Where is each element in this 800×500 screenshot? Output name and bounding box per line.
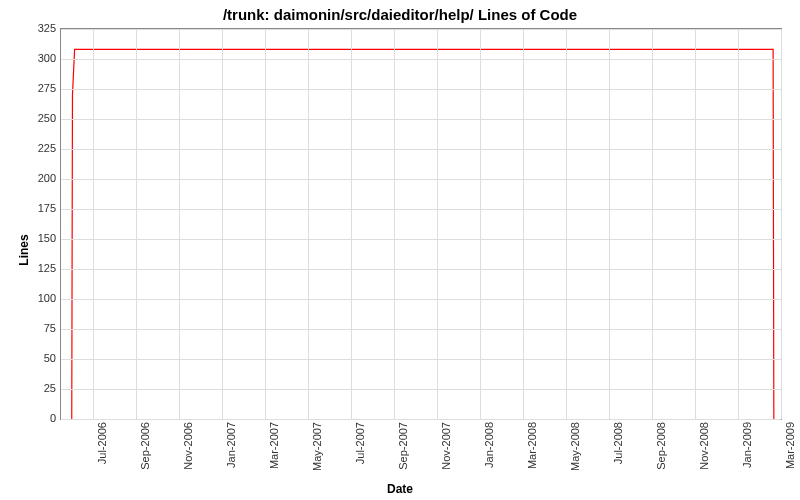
y-tick-label: 0 <box>16 412 56 424</box>
y-tick-label: 25 <box>16 382 56 394</box>
y-tick-label: 175 <box>16 202 56 214</box>
gridline-h <box>61 419 781 420</box>
gridline-v <box>781 29 782 419</box>
y-tick-label: 150 <box>16 232 56 244</box>
gridline-h <box>61 299 781 300</box>
gridline-h <box>61 119 781 120</box>
gridline-v <box>265 29 266 419</box>
gridline-v <box>566 29 567 419</box>
gridline-h <box>61 59 781 60</box>
y-tick-label: 325 <box>16 22 56 34</box>
y-tick-label: 225 <box>16 142 56 154</box>
x-axis-label: Date <box>0 482 800 496</box>
gridline-h <box>61 149 781 150</box>
gridline-v <box>609 29 610 419</box>
y-tick-label: 50 <box>16 352 56 364</box>
data-series-line <box>61 29 781 419</box>
y-tick-label: 125 <box>16 262 56 274</box>
y-tick-label: 200 <box>16 172 56 184</box>
x-tick-label: Jul-2006 <box>96 422 108 464</box>
gridline-h <box>61 329 781 330</box>
gridline-h <box>61 239 781 240</box>
x-tick-label: Jan-2009 <box>741 422 753 468</box>
x-tick-label: Jul-2008 <box>612 422 624 464</box>
x-tick-label: Nov-2006 <box>182 422 194 470</box>
gridline-h <box>61 359 781 360</box>
gridline-h <box>61 389 781 390</box>
x-tick-label: Jul-2007 <box>354 422 366 464</box>
gridline-v <box>351 29 352 419</box>
gridline-v <box>179 29 180 419</box>
x-tick-label: Sep-2008 <box>655 422 667 470</box>
gridline-v <box>437 29 438 419</box>
y-tick-label: 300 <box>16 52 56 64</box>
x-tick-label: Nov-2008 <box>698 422 710 470</box>
gridline-v <box>523 29 524 419</box>
x-tick-label: May-2007 <box>311 422 323 471</box>
gridline-v <box>136 29 137 419</box>
gridline-v <box>480 29 481 419</box>
x-tick-label: Jan-2008 <box>483 422 495 468</box>
plot-area <box>60 28 782 420</box>
y-tick-label: 250 <box>16 112 56 124</box>
x-tick-label: Jan-2007 <box>225 422 237 468</box>
gridline-h <box>61 179 781 180</box>
gridline-v <box>652 29 653 419</box>
x-tick-label: Mar-2007 <box>268 422 280 469</box>
gridline-h <box>61 89 781 90</box>
gridline-v <box>695 29 696 419</box>
x-tick-label: Sep-2006 <box>139 422 151 470</box>
gridline-h <box>61 209 781 210</box>
gridline-h <box>61 29 781 30</box>
gridline-v <box>738 29 739 419</box>
x-tick-label: Mar-2008 <box>526 422 538 469</box>
gridline-v <box>308 29 309 419</box>
y-tick-label: 275 <box>16 82 56 94</box>
gridline-v <box>394 29 395 419</box>
y-tick-label: 75 <box>16 322 56 334</box>
x-tick-label: Mar-2009 <box>784 422 796 469</box>
x-tick-label: May-2008 <box>569 422 581 471</box>
x-tick-label: Nov-2007 <box>440 422 452 470</box>
gridline-h <box>61 269 781 270</box>
chart-title: /trunk: daimonin/src/daieditor/help/ Lin… <box>0 6 800 23</box>
x-tick-label: Sep-2007 <box>397 422 409 470</box>
chart-container: /trunk: daimonin/src/daieditor/help/ Lin… <box>0 0 800 500</box>
gridline-v <box>93 29 94 419</box>
gridline-v <box>222 29 223 419</box>
y-tick-label: 100 <box>16 292 56 304</box>
